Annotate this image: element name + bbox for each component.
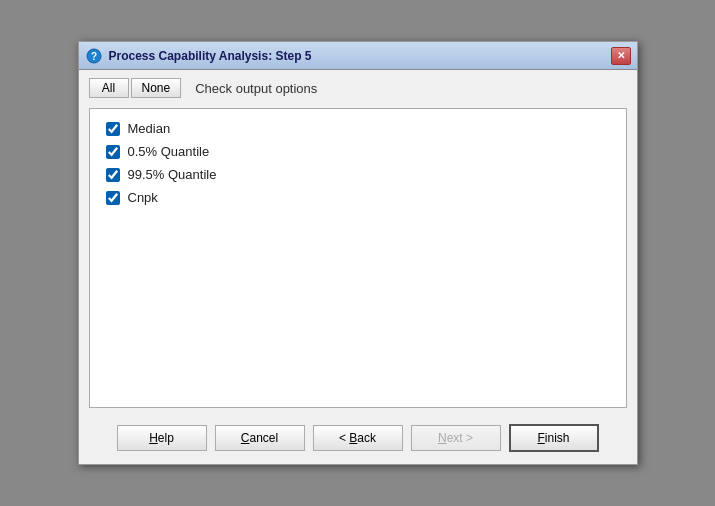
content-area: Median 0.5% Quantile 99.5% Quantile Cnpk [89,108,627,408]
help-underline: H [149,431,158,445]
checkbox-row-q05: 0.5% Quantile [106,144,610,159]
title-bar: ? Process Capability Analysis: Step 5 ✕ [79,42,637,70]
checkbox-q995[interactable] [106,168,120,182]
back-button[interactable]: < Back [313,425,403,451]
window-title: Process Capability Analysis: Step 5 [109,49,611,63]
label-median[interactable]: Median [128,121,171,136]
label-cnpk[interactable]: Cnpk [128,190,158,205]
none-button[interactable]: None [131,78,182,98]
checkbox-q05[interactable] [106,145,120,159]
next-underline: N [438,431,447,445]
label-q995[interactable]: 99.5% Quantile [128,167,217,182]
title-icon: ? [85,47,103,65]
finish-underline: F [537,431,544,445]
close-button[interactable]: ✕ [611,47,631,65]
label-q05[interactable]: 0.5% Quantile [128,144,210,159]
button-row: Help Cancel < Back Next > Finish [79,416,637,464]
cancel-button[interactable]: Cancel [215,425,305,451]
checkbox-row-q995: 99.5% Quantile [106,167,610,182]
section-label: Check output options [195,81,317,96]
checkbox-cnpk[interactable] [106,191,120,205]
toolbar: All None Check output options [79,70,637,98]
all-button[interactable]: All [89,78,129,98]
next-button[interactable]: Next > [411,425,501,451]
svg-text:?: ? [90,51,96,62]
checkbox-median[interactable] [106,122,120,136]
main-window: ? Process Capability Analysis: Step 5 ✕ … [78,41,638,465]
checkbox-row-median: Median [106,121,610,136]
finish-button[interactable]: Finish [509,424,599,452]
checkbox-row-cnpk: Cnpk [106,190,610,205]
help-button[interactable]: Help [117,425,207,451]
